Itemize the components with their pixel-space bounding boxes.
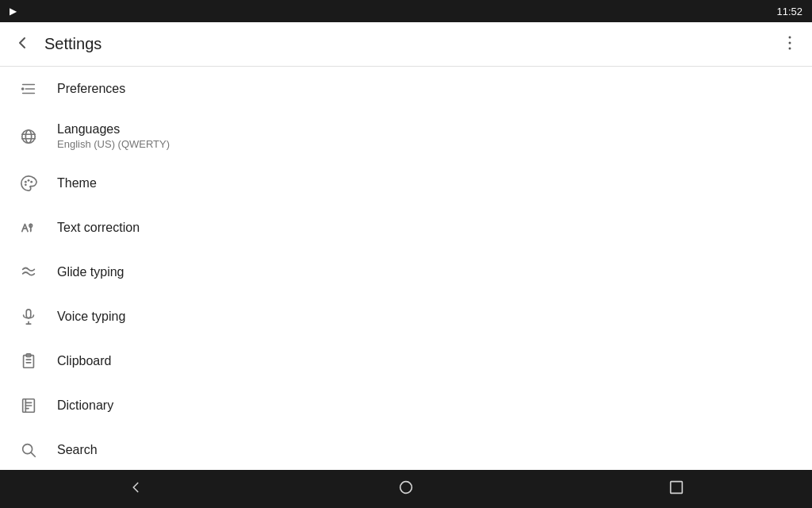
languages-text: Languages English (US) (QWERTY) [57,122,170,150]
status-bar-left: ▶ [10,6,17,17]
nav-recent-icon[interactable] [668,479,685,500]
status-bar-time: 11:52 [776,6,802,17]
clipboard-title: Clipboard [57,354,111,368]
svg-rect-39 [671,481,683,493]
settings-item-languages[interactable]: Languages English (US) (QWERTY) [0,111,812,161]
svg-line-29 [31,452,35,456]
settings-item-theme[interactable]: Theme [0,161,812,206]
svg-point-14 [30,181,33,183]
clipboard-text: Clipboard [57,354,111,368]
dictionary-text: Dictionary [57,398,113,413]
glide-typing-title: Glide typing [57,265,124,279]
svg-point-12 [25,181,27,183]
preferences-title: Preferences [57,82,125,96]
dictionary-title: Dictionary [57,398,113,413]
preferences-text: Preferences [57,82,125,96]
play-icon: ▶ [10,6,17,17]
theme-text: Theme [57,176,97,190]
nav-back-icon[interactable] [127,479,144,500]
svg-point-7 [22,129,36,143]
svg-point-8 [25,129,31,143]
text-correction-text: Text correction [57,221,140,235]
back-button[interactable] [13,33,32,55]
svg-point-6 [21,87,25,90]
settings-item-dictionary[interactable]: Dictionary [0,383,812,428]
search-icon [13,441,44,459]
palette-icon [13,175,44,192]
svg-point-11 [25,183,27,186]
voice-typing-text: Voice typing [57,310,125,324]
search-text: Search [57,443,98,457]
svg-point-2 [789,48,791,50]
settings-item-clipboard[interactable]: Clipboard [0,339,812,383]
svg-rect-16 [26,310,31,318]
app-bar-left: Settings [13,33,102,55]
theme-title: Theme [57,176,97,190]
more-options-button[interactable] [780,33,799,55]
settings-item-voice-typing[interactable]: Voice typing [0,294,812,339]
clipboard-icon [13,352,44,370]
languages-subtitle: English (US) (QWERTY) [57,138,170,150]
globe-icon [13,128,44,145]
svg-point-0 [789,37,791,39]
settings-item-text-correction[interactable]: Text correction [0,206,812,250]
settings-item-search[interactable]: Search [0,428,812,470]
settings-item-preferences[interactable]: Preferences [0,67,812,111]
glide-typing-text: Glide typing [57,265,124,279]
glide-icon [13,264,44,281]
svg-point-13 [28,179,30,182]
status-bar: ▶ 11:52 [0,0,812,22]
navigation-bar [0,470,812,508]
search-title: Search [57,443,98,457]
text-correction-icon [13,219,44,237]
settings-item-glide-typing[interactable]: Glide typing [0,250,812,294]
text-correction-title: Text correction [57,221,140,235]
voice-typing-title: Voice typing [57,310,125,324]
app-bar: Settings [0,22,812,67]
settings-list: Preferences Languages English (US) (QWER… [0,67,812,470]
mic-icon [13,308,44,325]
page-title: Settings [44,35,102,53]
preferences-icon [13,80,44,98]
languages-title: Languages [57,122,170,137]
svg-point-38 [400,481,412,493]
dictionary-icon [13,397,44,414]
nav-home-icon[interactable] [397,479,415,500]
svg-point-1 [789,42,791,44]
